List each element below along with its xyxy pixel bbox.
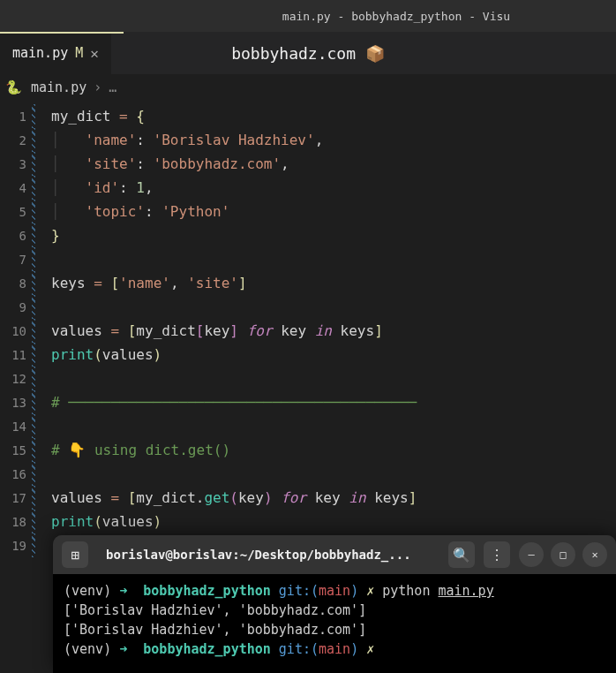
code-line[interactable]: │ 'name': 'Borislav Hadzhiev', bbox=[39, 132, 323, 148]
code-line[interactable]: print(values) bbox=[39, 513, 162, 530]
search-icon[interactable]: 🔍 bbox=[448, 541, 475, 568]
terminal-new-tab-icon[interactable]: ⊞ bbox=[62, 541, 88, 568]
line-number: 3 bbox=[0, 157, 32, 171]
breadcrumb-separator: › bbox=[94, 79, 101, 95]
tab-main-py[interactable]: main.py M ✕ bbox=[0, 32, 111, 74]
terminal-window: ⊞ borislav@borislav:~/Desktop/bobbyhadz_… bbox=[53, 535, 616, 673]
title-bar: main.py - bobbyhadz_python - Visu bbox=[0, 0, 616, 32]
code-line[interactable]: │ 'id': 1, bbox=[39, 179, 154, 196]
terminal-output: ['Borislav Hadzhiev', 'bobbyhadz.com'] bbox=[64, 601, 605, 620]
line-number: 13 bbox=[0, 396, 32, 410]
line-number: 9 bbox=[0, 300, 32, 314]
terminal-output: ['Borislav Hadzhiev', 'bobbyhadz.com'] bbox=[64, 620, 605, 639]
python-file-icon: 🐍 bbox=[5, 79, 22, 95]
menu-icon[interactable]: ⋮ bbox=[484, 541, 510, 568]
line-number: 17 bbox=[0, 491, 32, 505]
code-line[interactable]: print(values) bbox=[39, 346, 162, 363]
line-number: 7 bbox=[0, 253, 32, 267]
close-window-icon[interactable]: ✕ bbox=[582, 542, 607, 567]
line-number: 11 bbox=[0, 348, 32, 362]
breadcrumb-more[interactable]: … bbox=[109, 79, 116, 95]
terminal-line: (venv) ➜ bobbyhadz_python git:(main) ✗ bbox=[64, 639, 605, 659]
code-line[interactable]: my_dict = { bbox=[39, 108, 145, 125]
code-editor[interactable]: 1my_dict = { 2│ 'name': 'Borislav Hadzhi… bbox=[0, 101, 616, 561]
close-icon[interactable]: ✕ bbox=[90, 45, 99, 62]
code-line[interactable]: │ 'topic': 'Python' bbox=[39, 203, 229, 220]
code-line[interactable]: │ 'site': 'bobbyhadz.com', bbox=[39, 155, 289, 172]
modified-indicator: M bbox=[75, 45, 83, 61]
line-number: 6 bbox=[0, 229, 32, 243]
line-number: 18 bbox=[0, 515, 32, 529]
terminal-title: borislav@borislav:~/Desktop/bobbyhadz_..… bbox=[97, 548, 439, 562]
tab-row: main.py M ✕ bobbyhadz.com 📦 bbox=[0, 32, 616, 74]
line-number: 1 bbox=[0, 110, 32, 124]
breadcrumb[interactable]: 🐍 main.py › … bbox=[0, 74, 616, 101]
line-number: 12 bbox=[0, 372, 32, 386]
code-line[interactable]: values = [my_dict.get(key) for key in ke… bbox=[39, 489, 417, 506]
line-number: 14 bbox=[0, 420, 32, 434]
line-number: 4 bbox=[0, 181, 32, 195]
code-line[interactable]: # 👇 using dict.get() bbox=[39, 442, 230, 458]
line-number: 8 bbox=[0, 276, 32, 291]
line-number: 5 bbox=[0, 205, 32, 219]
code-line[interactable]: } bbox=[39, 227, 60, 244]
site-badge: bobbyhadz.com 📦 bbox=[231, 44, 385, 63]
minimize-icon[interactable]: — bbox=[519, 542, 544, 567]
maximize-icon[interactable]: □ bbox=[551, 542, 575, 567]
window-title: main.py - bobbyhadz_python - Visu bbox=[282, 10, 510, 23]
breadcrumb-file[interactable]: main.py bbox=[31, 79, 86, 95]
line-number: 2 bbox=[0, 133, 32, 147]
line-number: 19 bbox=[0, 539, 32, 553]
code-line[interactable]: # ──────────────────────────────────────… bbox=[39, 394, 417, 411]
tab-filename: main.py bbox=[12, 45, 68, 61]
line-number: 15 bbox=[0, 443, 32, 457]
code-line[interactable]: values = [my_dict[key] for key in keys] bbox=[39, 322, 383, 339]
line-number: 16 bbox=[0, 467, 32, 481]
code-line[interactable]: keys = ['name', 'site'] bbox=[39, 275, 247, 291]
line-number: 10 bbox=[0, 324, 32, 338]
terminal-body[interactable]: (venv) ➜ bobbyhadz_python git:(main) ✗ p… bbox=[53, 574, 616, 673]
active-tab-indicator bbox=[0, 32, 124, 34]
terminal-title-bar: ⊞ borislav@borislav:~/Desktop/bobbyhadz_… bbox=[53, 535, 616, 574]
terminal-line: (venv) ➜ bobbyhadz_python git:(main) ✗ p… bbox=[64, 581, 605, 601]
